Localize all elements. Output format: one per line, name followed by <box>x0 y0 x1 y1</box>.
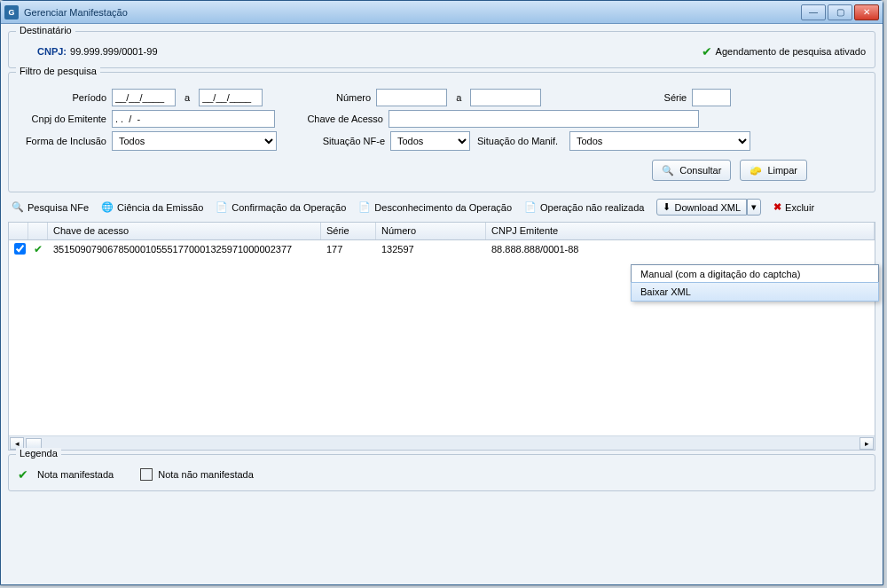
download-xml-split: ⬇ Download XML ▾ <box>656 199 761 216</box>
chave-label: Chave de Acesso <box>275 114 389 124</box>
chevron-down-icon: ▾ <box>751 201 757 213</box>
situacao-nfe-label: Situação NF-e <box>277 136 390 146</box>
cnpj-emitente-input[interactable] <box>112 110 275 128</box>
forma-select[interactable]: Todos <box>112 131 277 151</box>
col-serie[interactable]: Série <box>321 223 376 239</box>
cnpj-value: 99.999.999/0001-99 <box>70 46 157 57</box>
situacao-manif-label: Situação do Manif. <box>470 136 569 146</box>
ciencia-button[interactable]: 🌐 Ciência da Emissão <box>101 201 203 213</box>
cnpj-emitente-label: Cnpj do Emitente <box>18 114 112 124</box>
serie-input[interactable] <box>692 89 731 106</box>
download-icon: ⬇ <box>663 201 671 213</box>
download-xml-dropdown-toggle[interactable]: ▾ <box>747 199 761 216</box>
grid-header: Chave de acesso Série Número CNPJ Emiten… <box>9 223 875 240</box>
cell-serie: 177 <box>321 242 376 256</box>
filtro-group: Filtro de pesquisa Período a Número a Sé… <box>8 72 875 192</box>
legend-nao-manifestada: Nota não manifestada <box>140 467 254 482</box>
numero-label: Número <box>263 92 376 103</box>
app-window: G Gerenciar Manifestação — ▢ ✕ Destinatá… <box>0 0 883 585</box>
col-status[interactable] <box>28 223 48 239</box>
check-icon: ✔ <box>18 467 28 482</box>
app-icon: G <box>4 5 19 20</box>
destinatario-title: Destinatário <box>16 25 75 35</box>
titlebar: G Gerenciar Manifestação — ▢ ✕ <box>1 1 883 24</box>
legenda-title: Legenda <box>16 448 61 459</box>
legenda-group: Legenda ✔ Nota manifestada Nota não mani… <box>8 454 875 491</box>
results-grid: Chave de acesso Série Número CNPJ Emiten… <box>8 222 875 451</box>
document-block-icon: 📄 <box>524 201 537 213</box>
menu-manual[interactable]: Manual (com a digitação do captcha) <box>632 265 878 283</box>
scroll-thumb[interactable] <box>26 438 42 449</box>
limpar-label: Limpar <box>767 165 797 176</box>
situacao-manif-select[interactable]: Todos <box>569 131 750 151</box>
status-check-icon: ✔ <box>34 243 43 255</box>
col-check[interactable] <box>9 223 28 239</box>
square-icon <box>140 468 153 481</box>
filtro-title: Filtro de pesquisa <box>16 66 100 76</box>
menu-baixar-xml[interactable]: Baixar XML <box>631 282 879 302</box>
serie-label: Série <box>541 92 692 103</box>
periodo-ate-input[interactable] <box>199 89 263 106</box>
search-icon: 🔍 <box>662 165 674 176</box>
scroll-right-arrow[interactable]: ▸ <box>860 437 874 450</box>
globe-icon: 🌐 <box>101 201 114 213</box>
document-check-icon: 📄 <box>216 201 228 213</box>
periodo-a-label: a <box>176 92 199 103</box>
numero-de-input[interactable] <box>376 89 447 106</box>
cell-chave: 3515090790678500010555177000132597100000… <box>48 242 321 256</box>
cell-numero: 132597 <box>376 242 486 256</box>
nao-realizada-button[interactable]: 📄 Operação não realizada <box>524 201 644 213</box>
close-button[interactable]: ✕ <box>854 4 879 20</box>
download-xml-button[interactable]: ⬇ Download XML <box>656 199 747 216</box>
cnpj-label: CNPJ: <box>37 46 67 57</box>
search-icon: 🔍 <box>12 201 24 213</box>
pesquisa-nfe-button[interactable]: 🔍 Pesquisa NFe <box>12 201 89 213</box>
chave-input[interactable] <box>389 110 699 128</box>
desconhecimento-button[interactable]: 📄 Desconhecimento da Operação <box>358 201 512 213</box>
schedule-label: Agendamento de pesquisa ativado <box>716 46 866 57</box>
legend-manifestada: ✔ Nota manifestada <box>18 467 114 482</box>
forma-label: Forma de Inclusão <box>18 136 112 146</box>
cell-cnpj-emitente: 88.888.888/0001-88 <box>486 242 875 256</box>
col-numero[interactable]: Número <box>376 223 486 239</box>
situacao-nfe-select[interactable]: Todos <box>390 131 470 151</box>
periodo-de-input[interactable] <box>112 89 176 106</box>
consultar-label: Consultar <box>679 165 721 176</box>
col-cnpj-emitente[interactable]: CNPJ Emitente <box>486 223 875 239</box>
eraser-icon: 🧽 <box>750 165 762 176</box>
maximize-button[interactable]: ▢ <box>828 4 852 20</box>
minimize-button[interactable]: — <box>801 4 826 20</box>
row-checkbox[interactable] <box>14 243 26 255</box>
numero-a-label: a <box>447 92 470 103</box>
table-row[interactable]: ✔ 35150907906785000105551770001325971000… <box>9 240 875 258</box>
excluir-button[interactable]: ✖ Excluir <box>773 201 814 213</box>
confirmacao-button[interactable]: 📄 Confirmação da Operação <box>216 201 346 213</box>
check-icon: ✔ <box>702 44 712 59</box>
window-title: Gerenciar Manifestação <box>24 7 801 18</box>
actions-toolbar: 🔍 Pesquisa NFe 🌐 Ciência da Emissão 📄 Co… <box>8 196 875 218</box>
col-chave[interactable]: Chave de acesso <box>48 223 321 239</box>
horizontal-scrollbar[interactable]: ◂ ▸ <box>9 435 875 450</box>
periodo-label: Período <box>18 92 112 103</box>
delete-icon: ✖ <box>773 201 781 213</box>
numero-ate-input[interactable] <box>470 89 541 106</box>
download-xml-menu: Manual (com a digitação do captcha) Baix… <box>631 264 879 302</box>
document-warning-icon: 📄 <box>358 201 371 213</box>
destinatario-group: Destinatário CNPJ: 99.999.999/0001-99 ✔ … <box>8 31 875 68</box>
limpar-button[interactable]: 🧽 Limpar <box>740 160 807 181</box>
consultar-button[interactable]: 🔍 Consultar <box>652 160 731 181</box>
